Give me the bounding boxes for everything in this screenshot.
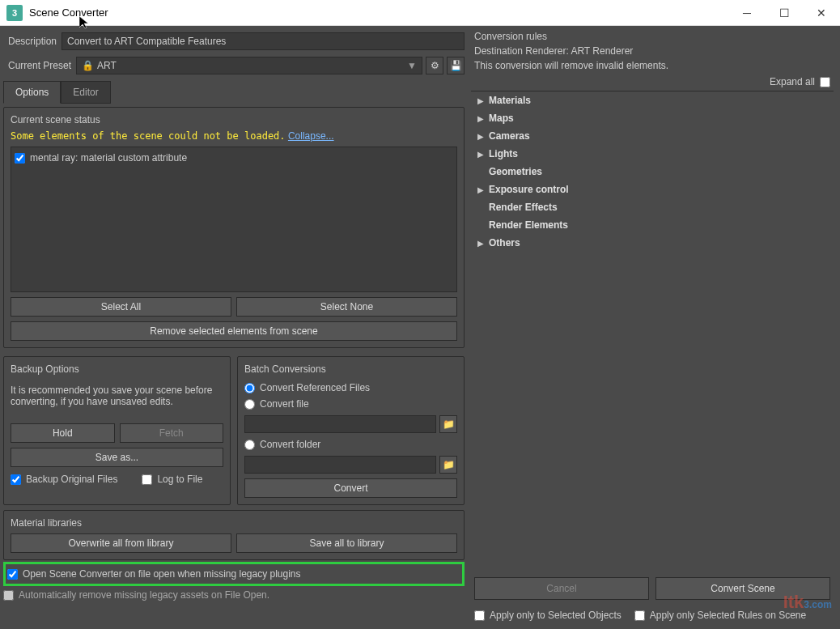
tree-item[interactable]: ▶Maps	[471, 109, 834, 127]
window-title: Scene Converter	[29, 6, 728, 19]
fetch-button[interactable]: Fetch	[120, 423, 224, 443]
batch-convert-button[interactable]: Convert	[244, 478, 457, 498]
auto-remove-label: Automatically remove missing legacy asse…	[19, 589, 269, 601]
convert-folder-label: Convert folder	[260, 439, 320, 450]
chevron-right-icon: ▶	[477, 150, 489, 159]
tree-item[interactable]: Geometries	[471, 163, 834, 181]
save-preset-button[interactable]: 💾	[447, 57, 465, 74]
apply-selected-objects-label: Apply only to Selected Objects	[490, 610, 622, 621]
chevron-right-icon: ▶	[477, 239, 489, 248]
cancel-button[interactable]: Cancel	[474, 577, 649, 600]
tree-item-label: Lights	[489, 148, 518, 159]
tree-item[interactable]: ▶Exposure control	[471, 181, 834, 198]
apply-selected-rules-label: Apply only Selected Rules on Scene	[650, 610, 806, 621]
scene-status-heading: Current scene status	[11, 114, 457, 125]
save-icon: 💾	[450, 60, 462, 71]
apply-selected-objects-checkbox[interactable]	[474, 610, 485, 621]
list-item[interactable]: mental ray: material custom attribute	[15, 151, 453, 165]
convert-scene-button[interactable]: Convert Scene	[655, 577, 830, 600]
saveas-button[interactable]: Save as...	[11, 448, 223, 467]
browse-file-button[interactable]: 📁	[439, 415, 457, 433]
rules-tree[interactable]: ▶Materials▶Maps▶Cameras▶LightsGeometries…	[471, 91, 834, 572]
maximize-button[interactable]: ☐	[766, 0, 803, 26]
tree-item-label: Others	[489, 237, 520, 249]
item-checkbox[interactable]	[15, 153, 25, 164]
select-none-button[interactable]: Select None	[236, 297, 457, 317]
tab-editor[interactable]: Editor	[61, 81, 110, 104]
tree-item[interactable]: ▶Lights	[471, 145, 834, 163]
open-converter-label: Open Scene Converter on file open when m…	[23, 568, 301, 580]
rules-desc: This conversion will remove invalid elem…	[471, 58, 834, 73]
convert-file-label: Convert file	[260, 398, 309, 410]
overwrite-lib-button[interactable]: Overwrite all from library	[11, 533, 231, 553]
close-button[interactable]: ✕	[803, 0, 840, 26]
log-checkbox[interactable]	[142, 474, 152, 485]
batch-heading: Batch Conversions	[244, 363, 457, 375]
minimize-button[interactable]: ─	[728, 0, 766, 26]
gear-icon: ⚙	[431, 60, 439, 71]
preset-label: Current Preset	[3, 60, 76, 71]
expand-all-checkbox[interactable]	[820, 77, 830, 87]
hold-button[interactable]: Hold	[11, 423, 115, 443]
tree-item-label: Materials	[489, 95, 531, 106]
convert-file-radio[interactable]	[244, 399, 255, 410]
preset-dropdown[interactable]: 🔒 ART ▼	[76, 57, 422, 74]
browse-folder-button[interactable]: 📁	[439, 456, 457, 474]
chevron-right-icon: ▶	[477, 185, 489, 194]
auto-remove-checkbox[interactable]	[3, 590, 14, 601]
tree-item-label: Render Elements	[489, 219, 568, 231]
lock-icon: 🔒	[82, 60, 94, 71]
backup-files-checkbox[interactable]	[11, 474, 21, 485]
save-lib-button[interactable]: Save all to library	[236, 533, 457, 553]
convert-file-input[interactable]	[244, 415, 436, 433]
tab-options[interactable]: Options	[3, 81, 61, 104]
tree-item-label: Cameras	[489, 130, 530, 142]
description-field[interactable]: Convert to ART Compatible Features	[62, 32, 465, 50]
convert-folder-input[interactable]	[244, 456, 436, 474]
expand-all-label: Expand all	[770, 76, 815, 87]
tree-item-label: Render Effects	[489, 202, 558, 213]
tree-item[interactable]: ▶Materials	[471, 91, 834, 109]
tree-item-label: Exposure control	[489, 184, 569, 195]
chevron-right-icon: ▶	[477, 96, 489, 105]
tree-item[interactable]: Render Effects	[471, 198, 834, 216]
settings-button[interactable]: ⚙	[426, 57, 443, 74]
remove-elements-button[interactable]: Remove selected elements from scene	[11, 321, 457, 341]
open-converter-checkbox[interactable]	[7, 569, 18, 580]
tree-item[interactable]: Render Elements	[471, 216, 834, 234]
convert-ref-radio[interactable]	[244, 383, 255, 393]
chevron-right-icon: ▶	[477, 114, 489, 123]
backup-tip: It is recommended you save your scene be…	[11, 380, 223, 419]
log-label: Log to File	[157, 474, 202, 485]
rules-heading: Conversion rules	[471, 29, 834, 44]
preset-value: ART	[97, 60, 117, 71]
tree-item-label: Maps	[489, 113, 514, 124]
backup-files-label: Backup Original Files	[26, 474, 117, 485]
convert-ref-label: Convert Referenced Files	[260, 382, 370, 393]
tree-item[interactable]: ▶Others	[471, 234, 834, 252]
folder-icon: 📁	[443, 459, 455, 470]
material-lib-heading: Material libraries	[11, 517, 457, 529]
scene-status-list[interactable]: mental ray: material custom attribute	[11, 147, 457, 292]
apply-selected-rules-checkbox[interactable]	[634, 610, 645, 621]
description-label: Description	[3, 36, 62, 47]
rules-dest: Destination Renderer: ART Renderer	[471, 44, 834, 58]
collapse-link[interactable]: Collapse...	[288, 130, 334, 142]
chevron-right-icon: ▶	[477, 132, 489, 141]
folder-icon: 📁	[443, 419, 455, 430]
app-icon: 3	[6, 5, 23, 21]
item-label: mental ray: material custom attribute	[30, 152, 187, 164]
chevron-down-icon: ▼	[407, 60, 417, 71]
scene-status-warning: Some elements of the scene could not be …	[11, 130, 286, 142]
convert-folder-radio[interactable]	[244, 440, 255, 450]
select-all-button[interactable]: Select All	[11, 297, 231, 317]
tree-item-label: Geometries	[489, 166, 542, 177]
backup-heading: Backup Options	[11, 363, 223, 375]
tree-item[interactable]: ▶Cameras	[471, 127, 834, 145]
